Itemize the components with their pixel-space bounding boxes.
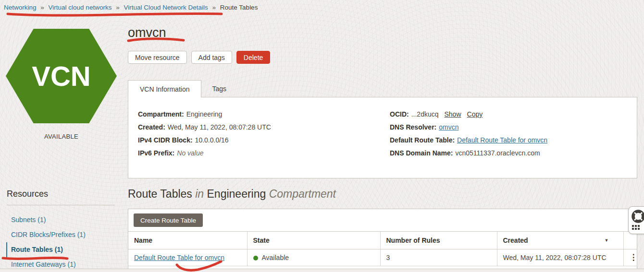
field-value: ...2dkucq: [411, 110, 439, 118]
route-tables-table: Name State Number of Rules Created▼ Defa…: [128, 231, 637, 266]
breadcrumb-link-vcn-details[interactable]: Virtual Cloud Network Details: [124, 4, 208, 11]
help-widget[interactable]: [628, 206, 644, 234]
state-text: Available: [262, 254, 289, 261]
field-value: vcn05111337.oraclevcn.com: [455, 149, 540, 157]
column-header-name[interactable]: Name: [128, 232, 247, 249]
vcn-icon-label: VCN: [32, 60, 90, 92]
column-header-created[interactable]: Created▼: [497, 232, 623, 249]
column-header-actions: [623, 232, 637, 249]
resources-nav: Subnets (1) CIDR Blocks/Prefixes (1) Rou…: [6, 213, 126, 272]
section-title-main: Route Tables: [128, 188, 192, 200]
field-label: Created:: [138, 123, 165, 131]
tab-bar: VCN Information Tags: [128, 80, 237, 97]
field-ocid: OCID:...2dkucqShowCopy: [390, 111, 547, 118]
info-column-right: OCID:...2dkucqShowCopy DNS Resolver:omvc…: [390, 111, 547, 163]
page-title: omvcn: [128, 25, 166, 40]
ocid-show-link[interactable]: Show: [445, 110, 461, 118]
resources-heading: Resources: [7, 189, 48, 199]
tab-vcn-information[interactable]: VCN Information: [128, 80, 201, 97]
grid-dots-icon[interactable]: [632, 225, 640, 230]
field-dns-resolver: DNS Resolver:omvcn: [390, 124, 547, 131]
sidebar-item-cidr-blocks[interactable]: CIDR Blocks/Prefixes (1): [6, 227, 126, 242]
breadcrumb-current: Route Tables: [220, 4, 258, 11]
route-table-name-link[interactable]: Default Route Table for omvcn: [134, 254, 224, 261]
table-row: Default Route Table for omvcn Available …: [128, 249, 637, 266]
info-column-left: Compartment:Engineering Created:Wed, May…: [138, 111, 271, 163]
column-header-state[interactable]: State: [247, 232, 380, 249]
divider: [7, 205, 115, 205]
field-value: No value: [177, 149, 203, 157]
column-header-created-label: Created: [503, 237, 528, 244]
section-title-compartment-name: Engineering: [207, 188, 266, 200]
breadcrumb-separator: »: [40, 4, 44, 11]
column-header-number-of-rules[interactable]: Number of Rules: [380, 232, 497, 249]
sidebar-item-route-tables[interactable]: Route Tables (1): [6, 242, 126, 257]
ocid-copy-link[interactable]: Copy: [467, 110, 483, 118]
section-title-compartment-word: Compartment: [269, 188, 336, 200]
sort-descending-icon[interactable]: ▼: [605, 238, 618, 243]
field-ipv6-prefix: IPv6 Prefix:No value: [138, 150, 271, 157]
field-label: DNS Domain Name:: [390, 149, 453, 157]
delete-button[interactable]: Delete: [236, 51, 270, 64]
vcn-information-panel: Compartment:Engineering Created:Wed, May…: [128, 97, 637, 178]
field-label: OCID:: [390, 110, 409, 118]
table-toolbar: Create Route Table: [128, 209, 637, 231]
breadcrumb-link-networking[interactable]: Networking: [4, 4, 37, 11]
field-label: IPv4 CIDR Block:: [138, 136, 193, 144]
sidebar-item-subnets[interactable]: Subnets (1): [6, 213, 126, 227]
action-buttons: Move resource Add tags Delete: [128, 51, 270, 64]
breadcrumb-separator: »: [212, 4, 216, 11]
created-value: Wed, May 11, 2022, 08:07:28 UTC: [503, 254, 607, 261]
breadcrumb-link-virtual-cloud-networks[interactable]: Virtual cloud networks: [49, 4, 112, 11]
field-dns-domain-name: DNS Domain Name:vcn05111337.oraclevcn.co…: [390, 150, 547, 157]
field-label: IPv6 Prefix:: [138, 149, 174, 157]
field-value: 10.0.0.0/16: [195, 136, 229, 144]
field-created: Created:Wed, May 11, 2022, 08:07:28 UTC: [138, 124, 271, 131]
field-value: Engineering: [186, 110, 223, 118]
field-label: DNS Resolver:: [390, 123, 436, 131]
tab-tags[interactable]: Tags: [201, 80, 237, 97]
dns-resolver-link[interactable]: omvcn: [439, 123, 458, 131]
field-ipv4-cidr-block: IPv4 CIDR Block:10.0.0.0/16: [138, 137, 271, 144]
breadcrumb-separator: »: [116, 4, 120, 11]
state-available-dot-icon: [253, 256, 258, 260]
section-title-in: in: [195, 188, 204, 200]
breadcrumb: Networking » Virtual cloud networks » Vi…: [4, 4, 258, 11]
default-route-table-link[interactable]: Default Route Table for omvcn: [457, 136, 547, 144]
marker-underline-breadcrumb: [8, 13, 222, 15]
vcn-hexagon-icon: VCN: [6, 29, 117, 123]
field-compartment: Compartment:Engineering: [138, 111, 271, 118]
table-header-row: Name State Number of Rules Created▼: [128, 232, 637, 249]
route-tables-panel: Create Route Table Name State Number of …: [128, 209, 637, 272]
field-default-route-table: Default Route Table:Default Route Table …: [390, 137, 547, 144]
status-badge: AVAILABLE: [6, 133, 117, 140]
rules-count: 3: [386, 254, 390, 261]
move-resource-button[interactable]: Move resource: [128, 51, 187, 64]
viewport-bottom-edge: [0, 269, 644, 272]
section-title: Route Tables in Engineering Compartment: [128, 188, 336, 201]
field-label: Default Route Table:: [390, 136, 455, 144]
create-route-table-button[interactable]: Create Route Table: [134, 213, 203, 227]
row-actions-kebab-icon[interactable]: ⋮: [630, 254, 632, 261]
field-value: Wed, May 11, 2022, 08:07:28 UTC: [168, 123, 271, 131]
life-ring-icon[interactable]: [631, 209, 644, 224]
add-tags-button[interactable]: Add tags: [191, 51, 232, 64]
field-label: Compartment:: [138, 110, 184, 118]
